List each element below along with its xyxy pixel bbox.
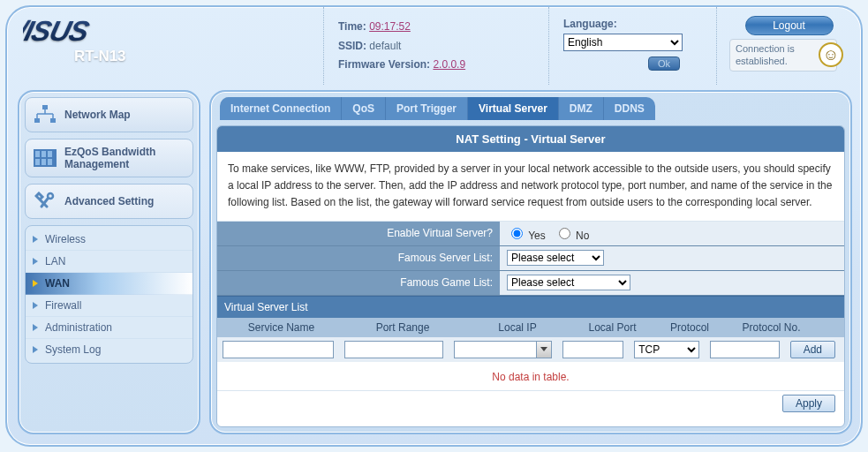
port-range-input[interactable]	[344, 341, 443, 358]
ezqos-icon	[33, 147, 57, 169]
tab-dmz[interactable]: DMZ	[559, 97, 604, 120]
svg-rect-11	[48, 151, 52, 157]
content-panel: Internet Connection QoS Port Trigger Vir…	[209, 90, 852, 434]
sidebar-submenu: Wireless LAN WAN Firewall Administration…	[25, 225, 193, 364]
tab-internet-connection[interactable]: Internet Connection	[220, 97, 342, 120]
sidebar-sub-label: WAN	[45, 277, 70, 290]
sidebar-sub-wan[interactable]: WAN	[26, 273, 192, 295]
no-data-message: No data in table.	[217, 362, 844, 390]
sidebar-sub-label: Wireless	[45, 233, 86, 245]
table-header: Service Name Port Range Local IP Local P…	[217, 318, 844, 337]
enable-yes-option[interactable]: Yes	[507, 225, 546, 242]
logout-button[interactable]: Logout	[745, 16, 834, 35]
enable-label: Enable Virtual Server?	[217, 222, 500, 245]
enable-no-option[interactable]: No	[555, 225, 590, 242]
col-local-port: Local Port	[575, 318, 650, 337]
sidebar-item-advanced[interactable]: Advanced Setting	[25, 184, 193, 219]
panel-title: NAT Setting - Virtual Server	[217, 126, 844, 152]
header: /ISUS RT-N13 Time: 09:17:52 SSID: defaul…	[7, 7, 861, 85]
sidebar-sub-administration[interactable]: Administration	[26, 317, 192, 339]
model-name: RT-N13	[74, 48, 323, 65]
enable-no-radio[interactable]	[559, 228, 570, 239]
enable-yes-radio[interactable]	[511, 228, 523, 239]
sidebar: Network Map EzQoS Bandwidth Management A…	[18, 90, 200, 434]
svg-rect-12	[35, 159, 40, 165]
firmware-label: Firmware Version:	[338, 58, 430, 71]
svg-text:/ISUS: /ISUS	[23, 15, 93, 46]
famous-game-select[interactable]: Please select	[507, 275, 630, 290]
col-service-name: Service Name	[217, 318, 345, 337]
local-port-input[interactable]	[562, 341, 623, 358]
time-label: Time:	[338, 20, 366, 33]
local-ip-dropdown-button[interactable]	[536, 341, 552, 358]
mascot-icon	[819, 42, 843, 67]
sidebar-sub-lan[interactable]: LAN	[26, 251, 192, 273]
local-ip-input[interactable]	[454, 341, 537, 358]
sidebar-sub-wireless[interactable]: Wireless	[26, 229, 192, 251]
ssid-value: default	[369, 40, 401, 52]
svg-rect-1	[42, 105, 48, 109]
sidebar-sub-firewall[interactable]: Firewall	[26, 295, 192, 317]
sidebar-item-label: Network Map	[64, 109, 131, 121]
svg-rect-9	[35, 151, 40, 157]
col-protocol-no: Protocol No.	[729, 318, 813, 337]
famous-server-label: Famous Server List:	[217, 246, 500, 269]
svg-rect-13	[42, 159, 46, 165]
tab-port-trigger[interactable]: Port Trigger	[386, 97, 468, 120]
add-button[interactable]: Add	[790, 341, 835, 358]
tab-qos[interactable]: QoS	[342, 97, 386, 120]
sidebar-item-ezqos[interactable]: EzQoS Bandwidth Management	[25, 139, 193, 177]
service-name-input[interactable]	[223, 341, 334, 358]
language-area: Language: English Ok	[548, 7, 716, 85]
sidebar-sub-label: Firewall	[45, 299, 81, 312]
svg-rect-10	[42, 151, 46, 157]
virtual-server-list: Service Name Port Range Local IP Local P…	[217, 318, 844, 418]
tools-icon	[33, 191, 57, 212]
ok-button[interactable]: Ok	[648, 56, 680, 71]
svg-rect-14	[48, 159, 52, 165]
sidebar-item-network-map[interactable]: Network Map	[25, 97, 193, 132]
tab-bar: Internet Connection QoS Port Trigger Vir…	[216, 97, 845, 120]
asus-logo: /ISUS	[23, 12, 182, 49]
sidebar-item-label: EzQoS Bandwidth Management	[64, 146, 170, 170]
tab-ddns[interactable]: DDNS	[604, 97, 655, 120]
firmware-value[interactable]: 2.0.0.9	[433, 58, 465, 71]
col-protocol: Protocol	[650, 318, 729, 337]
sidebar-sub-label: System Log	[45, 343, 101, 356]
svg-rect-6	[34, 118, 40, 123]
sidebar-sub-label: Administration	[45, 321, 112, 334]
header-right: Logout Connection is established.	[716, 7, 849, 85]
famous-server-select[interactable]: Please select	[507, 250, 604, 266]
sidebar-sub-system-log[interactable]: System Log	[26, 339, 192, 360]
protocol-no-input[interactable]	[710, 341, 780, 358]
time-value[interactable]: 09:17:52	[369, 20, 411, 33]
network-map-icon	[33, 104, 57, 125]
col-local-ip: Local IP	[460, 318, 575, 337]
famous-game-label: Famous Game List:	[217, 271, 500, 294]
virtual-server-list-title: Virtual Server List	[217, 296, 844, 318]
form-rows: Enable Virtual Server? Yes No Famous Ser…	[217, 222, 844, 296]
header-info: Time: 09:17:52 SSID: default Firmware Ve…	[323, 7, 548, 85]
protocol-select[interactable]: TCP	[634, 341, 699, 358]
tab-virtual-server[interactable]: Virtual Server	[468, 97, 559, 120]
brand-area: /ISUS RT-N13	[23, 7, 323, 85]
apply-button[interactable]: Apply	[782, 395, 835, 412]
sidebar-sub-label: LAN	[45, 255, 65, 267]
table-input-row: TCP Add	[217, 337, 844, 362]
sidebar-item-label: Advanced Setting	[64, 195, 154, 207]
panel-description: To make services, like WWW, FTP, provide…	[217, 152, 844, 222]
language-label: Language:	[563, 18, 709, 30]
language-select[interactable]: English	[563, 34, 683, 51]
settings-panel: NAT Setting - Virtual Server To make ser…	[216, 125, 845, 427]
col-port-range: Port Range	[345, 318, 460, 337]
ssid-label: SSID:	[338, 40, 366, 52]
svg-rect-7	[50, 118, 56, 123]
